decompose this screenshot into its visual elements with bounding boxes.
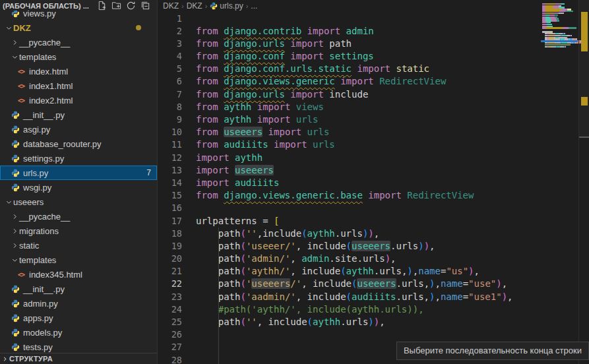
code-token: , (290, 253, 301, 264)
code-line-8[interactable]: 8from aythh import views (158, 101, 589, 113)
code-line-20[interactable]: 20 path('admin/', admin.site.urls), (158, 253, 589, 265)
code-token: "use1" (468, 291, 502, 302)
code-line-7[interactable]: 7from django.urls import include (158, 88, 589, 101)
code-line-9[interactable]: 9from aythh import urls (158, 113, 589, 126)
explorer-section-header[interactable]: (РАБОЧАЯ ОБЛАСТЬ) ... (0, 0, 157, 11)
code-line-25[interactable]: 25 path('', include(aythh.urls)), (158, 316, 589, 328)
tree-item--pycache-[interactable]: __pycache__ (0, 209, 157, 224)
breadcrumb-segment[interactable]: ... (251, 1, 257, 11)
tree-item-label: wsgi.py (23, 183, 51, 193)
tree-item--pycache-[interactable]: __pycache__ (0, 35, 157, 49)
chevron-right-icon (10, 38, 19, 47)
tree-item-migrations[interactable]: migrations (0, 224, 157, 238)
code-line-15[interactable]: 15from django.views.generic.base import … (158, 189, 589, 202)
line-number: 9 (158, 113, 182, 126)
html-file-icon: <> (16, 271, 26, 278)
tree-item-label: index2.html (29, 96, 73, 106)
code-token: '' (246, 228, 257, 239)
code-token: ) (424, 241, 429, 251)
code-line-5[interactable]: 5from django.conf.urls.static import sta… (158, 63, 589, 75)
tree-item-label: models.py (23, 328, 62, 338)
code-token: import (285, 38, 329, 49)
chevron-down-icon (10, 52, 19, 61)
explorer-actions (97, 1, 157, 11)
code-line-12[interactable]: 12import aythh (158, 152, 589, 164)
line-number: 15 (158, 189, 182, 202)
code-line-22[interactable]: 22 path('useeers/', include(useeers.urls… (158, 278, 589, 290)
code-line-3[interactable]: 3from django.urls import path (158, 38, 589, 50)
code-line-6[interactable]: 6from django.views.generic import Redire… (158, 75, 589, 88)
code-line-21[interactable]: 21 path('aythh/', include(aythh.urls,),n… (158, 265, 589, 278)
line-number: 27 (158, 341, 182, 353)
tree-item--init-py[interactable]: __init__.py (0, 282, 157, 296)
tree-item-asgi-py[interactable]: asgi.py (0, 122, 157, 136)
minimap[interactable] (541, 0, 578, 364)
tree-item-index345-html[interactable]: <>index345.html (0, 267, 157, 282)
code-token: from (196, 26, 224, 36)
problems-badge: 7 (146, 168, 151, 177)
tree-item-tests-py[interactable]: tests.py (0, 340, 157, 354)
tree-item-index1-html[interactable]: <>index1.html (0, 78, 157, 93)
tree-item-static[interactable]: static (0, 238, 157, 253)
code-token: import (251, 114, 295, 125)
tree-item-wsgi-py[interactable]: wsgi.py (0, 180, 157, 195)
code-line-2[interactable]: 2from django.contrib import admin (158, 25, 589, 38)
code-line-26[interactable]: 26 (158, 328, 589, 341)
code-line-19[interactable]: 19 path('useeer/', include(useeers.urls)… (158, 240, 589, 253)
editor-pane[interactable]: DKZ›DKZ›urls.py›... 12from django.contri… (158, 0, 589, 364)
code-line-24[interactable]: 24 #path('aythh/', include(aythh.urls)), (158, 303, 589, 316)
code-token: ) (418, 241, 423, 251)
breadcrumb-separator: › (181, 2, 185, 10)
tree-item-useeers[interactable]: useeers (0, 195, 157, 209)
tree-item-templates[interactable]: templates (0, 49, 157, 64)
code-line-1[interactable]: 1 (158, 13, 589, 25)
python-file-icon (10, 299, 20, 308)
code-token: name (418, 266, 441, 276)
tree-item-index-html[interactable]: <>index.html (0, 64, 157, 78)
code-token: , include (296, 291, 346, 302)
breadcrumb-segment[interactable]: DKZ (187, 1, 202, 11)
code-token: , include (296, 241, 346, 251)
breadcrumb-segment[interactable]: urls.py (220, 1, 243, 11)
tree-item-admin-py[interactable]: admin.py (0, 296, 157, 311)
code-token: .urls (340, 317, 368, 327)
tree-item-database-roouter-py[interactable]: database_roouter.py (0, 136, 157, 151)
line-number: 22 (158, 278, 182, 290)
code-line-13[interactable]: 13import useeers (158, 164, 589, 177)
code-line-23[interactable]: 23 path('aadmin/', include(audiiits.urls… (158, 291, 589, 303)
refresh-icon[interactable] (126, 1, 136, 11)
breadcrumb-segment[interactable]: DKZ (163, 1, 179, 11)
chevron-down-icon (4, 23, 13, 32)
line-number: 18 (158, 228, 182, 240)
code-line-10[interactable]: 10from useeers import urls (158, 126, 589, 138)
tree-item-urls-py[interactable]: urls.py7 (0, 166, 157, 180)
code-line-4[interactable]: 4from django.conf import settings (158, 50, 589, 63)
python-file-icon (10, 183, 20, 192)
code-line-17[interactable]: 17urlpatterns = [ (158, 215, 589, 228)
code-token: from (196, 114, 224, 125)
code-token: ) (385, 253, 390, 264)
code-token: from (196, 190, 224, 200)
code-token: useeers (251, 278, 290, 289)
line-number: 8 (158, 101, 182, 113)
code-token: urlpatterns = (196, 216, 274, 226)
outline-section-header[interactable]: СТРУКТУРА (0, 353, 157, 364)
code-line-14[interactable]: 14import audiiits (158, 177, 589, 189)
code-line-16[interactable]: 16 (158, 202, 589, 214)
code-line-18[interactable]: 18 path('',include(aythh.urls)), (158, 228, 589, 240)
tree-item-label: index.html (29, 67, 68, 76)
new-file-icon[interactable] (97, 1, 107, 11)
new-folder-icon[interactable] (111, 1, 121, 11)
tree-item-models-py[interactable]: models.py (0, 325, 157, 340)
collapse-all-icon[interactable] (140, 1, 150, 11)
python-file-icon (10, 154, 20, 163)
tree-item-settings-py[interactable]: settings.py (0, 151, 157, 166)
tree-item-dkz[interactable]: DKZ (0, 20, 157, 35)
code-line-11[interactable]: 11from audiiits import urls (158, 138, 589, 151)
code-area[interactable]: 12from django.contrib import admin3from … (158, 13, 589, 364)
code-token: path (329, 38, 352, 49)
tree-item-apps-py[interactable]: apps.py (0, 311, 157, 325)
tree-item-templates[interactable]: templates (0, 253, 157, 267)
tree-item--init-py[interactable]: __init__.py (0, 107, 157, 122)
tree-item-index2-html[interactable]: <>index2.html (0, 93, 157, 107)
